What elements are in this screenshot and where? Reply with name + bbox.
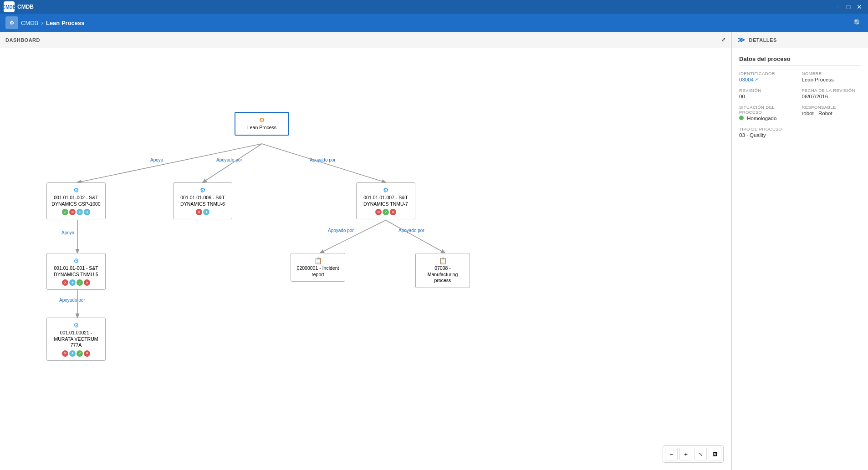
node-n5-label: 02000001 - Incident report — [295, 265, 341, 278]
app-icon-text: CMDB — [2, 5, 16, 10]
header-app-icon: ⚙ — [5, 16, 18, 29]
node-n2[interactable]: ⚙ 001.01.01-006 - S&T DYNAMICS TNMU-6 ✕ … — [173, 182, 232, 219]
titlebar-title: CMDB — [17, 4, 34, 10]
badge-red-n7b: ✕ — [84, 350, 90, 357]
node-n3-icon: ⚙ — [360, 187, 411, 194]
details-content: Datos del proceso IDENTIFICADOR 03004 ↗ … — [732, 48, 868, 151]
node-n4-icon: ⚙ — [51, 257, 102, 264]
identificador-value: 03004 — [739, 77, 754, 82]
tipo-value: 03 - Quality — [739, 132, 861, 138]
status-dot — [739, 116, 744, 120]
details-panel: ≫ DETALLES Datos del proceso IDENTIFICAD… — [731, 32, 868, 470]
titlebar-left: CMDB CMDB — [4, 1, 34, 12]
badge-red: ✕ — [69, 209, 76, 215]
image-button[interactable]: 🖼 — [709, 448, 721, 460]
zoom-out-button[interactable]: − — [665, 448, 678, 460]
badge-red-n3a: ✕ — [375, 209, 382, 215]
zoom-in-button[interactable]: + — [679, 448, 692, 460]
dashboard-header: DASHBOARD ⤢ — [0, 32, 731, 48]
details-expand-icon[interactable]: ≫ — [737, 35, 745, 44]
nombre-value: Lean Process — [802, 77, 861, 82]
svg-line-5 — [386, 220, 445, 253]
edge-label-apoyado1: Apoyado por — [216, 157, 242, 162]
detail-col-name: NOMBRE Lean Process — [802, 71, 861, 82]
badge-green-n4: ✓ — [77, 279, 83, 286]
dashboard-content[interactable]: Apoya Apoyado por Apoyado por Apoya Apoy… — [0, 48, 731, 470]
situacion-value: Homologado — [739, 116, 798, 121]
svg-line-2 — [262, 144, 386, 182]
edge-label-apoyado2: Apoyado por — [310, 157, 336, 162]
fit-button[interactable]: ⤡ — [694, 448, 707, 460]
fecha-label: FECHA DE LA REVISIÓN — [802, 88, 861, 93]
node-n7-badges: ✕ ✦ ✓ ✕ — [51, 350, 102, 357]
node-n4-badges: ✕ ✦ ✓ ✕ — [51, 279, 102, 286]
nombre-label: NOMBRE — [802, 71, 861, 76]
node-n6-icon: 📋 — [419, 257, 466, 264]
svg-line-4 — [320, 220, 386, 253]
diagram[interactable]: Apoya Apoyado por Apoyado por Apoya Apoy… — [9, 57, 510, 399]
node-n4[interactable]: ⚙ 001.01.01-001 - S&T DYNAMICS TNMU-5 ✕ … — [46, 253, 106, 290]
badge-red-n4b: ✕ — [84, 279, 90, 286]
badge-red-n3b: ✕ — [390, 209, 396, 215]
detail-col-id: IDENTIFICADOR 03004 ↗ — [739, 71, 798, 82]
node-n1[interactable]: ⚙ 001.01.01-002 - S&T DYNAMICS GSP-1000 … — [46, 182, 106, 219]
node-n7[interactable]: ⚙ 001.01.00021 - MURATA VECTRUM 777A ✕ ✦… — [46, 318, 106, 361]
details-title: DETALLES — [749, 37, 777, 43]
detail-col-revision: REVISIÓN 00 — [739, 88, 798, 99]
node-n3-badges: ✕ ✓ ✕ — [360, 209, 411, 215]
badge-teal-n2: ✦ — [203, 209, 209, 215]
breadcrumb-root[interactable]: CMDB — [21, 20, 38, 26]
external-link-icon: ↗ — [755, 77, 758, 82]
tipo-label: TIPO DE PROCESO — [739, 126, 861, 131]
badge-teal-n4: ✦ — [69, 279, 76, 286]
search-icon[interactable]: 🔍 — [853, 19, 863, 27]
revision-label: REVISIÓN — [739, 88, 798, 93]
node-n7-icon: ⚙ — [51, 322, 102, 329]
badge-teal-n7: ✦ — [69, 350, 76, 357]
node-root-icon: ⚙ — [239, 116, 285, 124]
svg-line-1 — [203, 144, 262, 182]
badge-red-n7a: ✕ — [62, 350, 68, 357]
node-n6[interactable]: 📋 07008 - Manufacturing process — [415, 253, 470, 288]
identificador-label: IDENTIFICADOR — [739, 71, 798, 76]
minimize-button[interactable]: − — [832, 2, 842, 12]
detail-row-situacion: SITUACIÓN DEL PROCESO Homologado RESPONS… — [739, 105, 861, 121]
situacion-label: SITUACIÓN DEL PROCESO — [739, 105, 798, 115]
node-n6-label: 07008 - Manufacturing process — [419, 265, 466, 284]
maximize-button[interactable]: □ — [843, 2, 853, 12]
badge-green: ✓ — [62, 209, 68, 215]
responsable-label: RESPONSABLE — [802, 105, 861, 110]
expand-icon[interactable]: ⤢ — [721, 37, 726, 43]
node-root-label: Lean Process — [239, 125, 285, 131]
node-n1-badges: ✓ ✕ ✦ ✦ — [51, 209, 102, 215]
detail-col-fecha: FECHA DE LA REVISIÓN 06/07/2016 — [802, 88, 861, 99]
edge-label-apoyado3: Apoyado por — [328, 228, 354, 233]
badge-green-n3: ✓ — [383, 209, 389, 215]
close-button[interactable]: ✕ — [854, 2, 864, 12]
node-n2-badges: ✕ ✦ — [177, 209, 228, 215]
detail-row-revision: REVISIÓN 00 FECHA DE LA REVISIÓN 06/07/2… — [739, 88, 861, 99]
identificador-link[interactable]: 03004 ↗ — [739, 77, 798, 82]
dashboard-panel: DASHBOARD ⤢ — [0, 32, 731, 470]
app-icon: CMDB — [4, 1, 15, 12]
badge-teal2: ✦ — [84, 209, 90, 215]
edge-label-apoyado5: Apoyado por — [59, 298, 85, 303]
badge-teal1: ✦ — [77, 209, 83, 215]
node-n1-label: 001.01.01-002 - S&T DYNAMICS GSP-1000 — [51, 195, 102, 207]
responsable-value: robot - Robot — [802, 111, 861, 116]
breadcrumb: ⚙ CMDB › Lean Process — [5, 16, 85, 29]
node-n5-icon: 📋 — [295, 257, 341, 264]
node-n5[interactable]: 📋 02000001 - Incident report — [291, 253, 345, 282]
node-n2-label: 001.01.01-006 - S&T DYNAMICS TNMU-6 — [177, 195, 228, 207]
details-section-title: Datos del proceso — [739, 56, 861, 66]
node-n3[interactable]: ⚙ 001.01.01-007 - S&T DYNAMICS TNMU-7 ✕ … — [356, 182, 415, 219]
edge-label-apoyado4: Apoyado por — [398, 228, 424, 233]
node-root[interactable]: ⚙ Lean Process — [235, 112, 289, 136]
node-n4-label: 001.01.01-001 - S&T DYNAMICS TNMU-5 — [51, 265, 102, 278]
node-n1-icon: ⚙ — [51, 187, 102, 194]
badge-red-n2: ✕ — [196, 209, 202, 215]
revision-value: 00 — [739, 94, 798, 99]
breadcrumb-separator: › — [41, 19, 43, 26]
node-n2-icon: ⚙ — [177, 187, 228, 194]
badge-red-n4a: ✕ — [62, 279, 68, 286]
